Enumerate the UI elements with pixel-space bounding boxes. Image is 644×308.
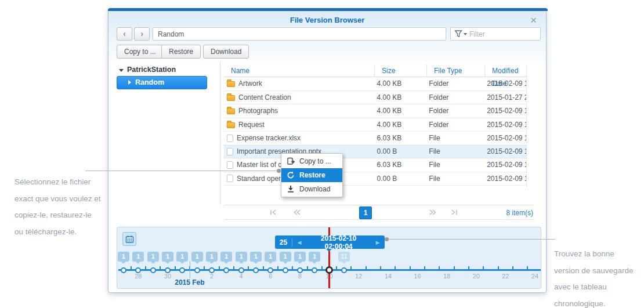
column-header-filetype[interactable]: File Type	[427, 64, 485, 77]
timeline-tick	[277, 266, 278, 270]
table-row[interactable]: Artwork4.00 KBFolder2015-02-09 1...	[224, 77, 526, 91]
timeline-panel: 2830246810121416182022241111111111111111…	[117, 227, 541, 289]
sidebar-divider	[220, 61, 220, 205]
timeline-marker-selected[interactable]	[325, 266, 333, 274]
left-annotation-connector	[85, 171, 279, 171]
first-page-button[interactable]	[269, 208, 280, 218]
version-count-badge: 25	[275, 238, 292, 247]
file-size: 0.00 B	[375, 175, 427, 183]
last-page-button[interactable]	[449, 208, 460, 218]
filter-input[interactable]	[469, 30, 527, 38]
cell-name: Content Creation	[224, 93, 375, 102]
version-count-bubble: 1	[206, 252, 218, 262]
file-type: Folder	[426, 79, 484, 88]
annotation-line: ou téléchargez-le.	[15, 224, 101, 241]
annotation-line: chronologique.	[554, 296, 634, 308]
timeline-marker[interactable]	[150, 267, 156, 273]
table-row[interactable]: Standard operat0.00 BFile2015-02-09 1...	[224, 172, 526, 186]
first-page-icon	[269, 208, 278, 216]
timeline-marker[interactable]	[209, 267, 215, 273]
day-label: 14	[379, 273, 397, 280]
path-input[interactable]	[153, 27, 446, 41]
table-header: Name Size File Type Modified Date	[224, 64, 526, 77]
pager-bar: 1 8 item(s)	[224, 205, 534, 220]
context-menu-item-restore[interactable]: Restore	[281, 168, 342, 182]
forward-icon: ›	[140, 29, 143, 38]
prev-page-button[interactable]	[292, 208, 303, 218]
table-row[interactable]: Photographs4.00 KBFolder2015-02-09 1...	[224, 104, 526, 118]
folder-icon	[227, 108, 235, 114]
next-page-button[interactable]	[428, 208, 439, 218]
timeline-marker[interactable]	[238, 267, 244, 273]
timeline-marker[interactable]	[253, 267, 259, 273]
table-row[interactable]: Important presentation.pptx0.00 BFile201…	[224, 145, 526, 159]
file-size: 0.00 B	[375, 147, 427, 155]
version-count-bubble: 1	[132, 252, 144, 262]
timeline-tick	[248, 266, 249, 270]
current-page[interactable]: 1	[359, 206, 372, 219]
restore-button[interactable]: Restore	[161, 45, 201, 59]
timeline-tick	[498, 266, 499, 270]
timeline-marker[interactable]	[297, 267, 303, 273]
annotation-line: Sélectionnez le fichier	[15, 174, 101, 191]
screenshot-canvas: File Version Browser × ‹ › Copy to ... R…	[0, 0, 644, 308]
file-icon	[227, 175, 233, 182]
timeline-marker[interactable]	[179, 267, 185, 273]
sidebar-item-random[interactable]: Random	[117, 76, 207, 89]
timeline-marker[interactable]	[283, 267, 288, 273]
file-name: Expense tracker.xlsx	[237, 134, 301, 142]
context-menu-item-download[interactable]: Download	[281, 182, 342, 196]
timeline-marker[interactable]	[341, 267, 347, 273]
timeline-tick	[424, 266, 425, 270]
timeline-tick	[395, 266, 396, 270]
version-count-bubble: 1	[280, 252, 291, 262]
calendar-button[interactable]	[122, 232, 136, 246]
right-annotation-dot	[385, 237, 389, 241]
prev-version-icon[interactable]: ◀	[292, 240, 306, 245]
table-row[interactable]: Master list of co6.03 KBFile2015-02-09 1…	[224, 158, 526, 172]
table-row[interactable]: Expense tracker.xlsx6.03 KBFile2015-02-0…	[224, 132, 526, 146]
folder-icon	[227, 81, 235, 87]
close-icon[interactable]: ×	[530, 13, 537, 27]
file-type: Folder	[426, 107, 484, 115]
timeline-marker[interactable]	[165, 267, 171, 273]
forward-button[interactable]: ›	[134, 27, 150, 41]
timeline-tick	[366, 266, 367, 270]
file-size: 6.03 KB	[375, 134, 427, 142]
sidebar-item-root[interactable]: PatrickStation	[119, 66, 176, 74]
back-button[interactable]: ‹	[117, 27, 132, 41]
filter-box[interactable]	[450, 27, 541, 41]
file-size: 4.00 KB	[375, 93, 427, 102]
file-icon	[227, 148, 233, 155]
file-type: File	[426, 147, 484, 155]
timeline-marker[interactable]	[312, 267, 317, 273]
file-name: Standard operat	[237, 175, 287, 183]
timeline-tick	[454, 266, 455, 270]
day-label: 18	[438, 273, 455, 280]
copy-to-button[interactable]: Copy to ...	[117, 45, 164, 59]
file-modified-date: 2015-02-09 1...	[484, 79, 526, 88]
timeline-marker[interactable]	[223, 267, 229, 273]
copy-icon	[287, 157, 295, 165]
table-row[interactable]: Request4.00 KBFolder2015-02-09 1...	[224, 118, 526, 132]
dialog-title: File Version Browser	[108, 16, 546, 24]
timeline-marker[interactable]	[121, 267, 126, 273]
selected-datetime: 2015-02-10 02:00:04	[306, 234, 371, 251]
menu-item-label: Copy to ...	[299, 157, 331, 165]
column-header-size[interactable]: Size	[375, 64, 427, 77]
cell-name: Artwork	[224, 79, 375, 88]
file-modified-date: 2015-02-09 1...	[484, 134, 526, 142]
download-button[interactable]: Download	[203, 45, 249, 59]
file-icon	[227, 161, 233, 169]
context-menu-item-copy-to[interactable]: Copy to ...	[281, 154, 342, 168]
timeline-marker[interactable]	[194, 267, 200, 273]
timeline-tick	[160, 266, 161, 270]
next-version-icon[interactable]: ▶	[371, 240, 385, 245]
file-size: 6.03 KB	[375, 161, 427, 169]
table-row[interactable]: Content Creation4.00 KBFolder2015-01-27 …	[224, 91, 526, 105]
column-header-modified[interactable]: Modified Date	[485, 64, 527, 77]
timeline-tick	[307, 266, 308, 270]
column-header-name[interactable]: Name	[224, 64, 375, 77]
file-type: File	[426, 175, 484, 183]
file-modified-date: 2015-02-09 1...	[484, 107, 526, 115]
